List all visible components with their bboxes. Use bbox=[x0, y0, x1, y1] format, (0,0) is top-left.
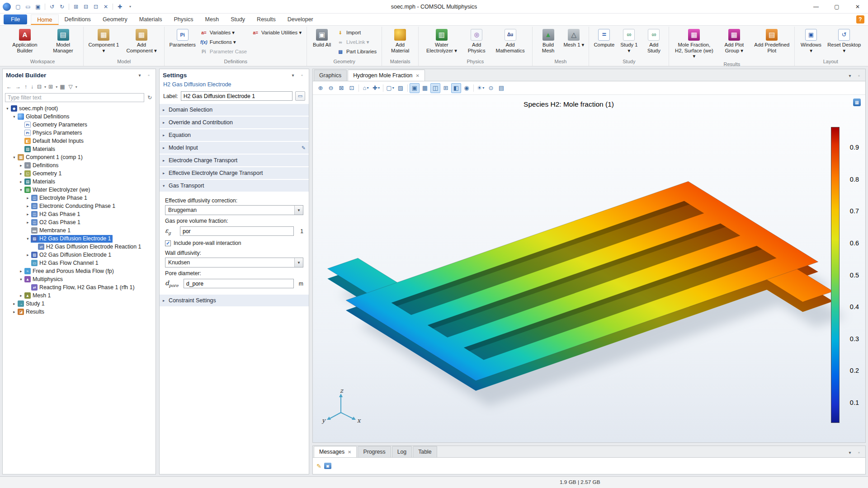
undo-icon[interactable]: ↺ bbox=[47, 2, 57, 11]
tree-item-materials-comp[interactable]: ▸Materials bbox=[3, 178, 156, 186]
tree-item-o2-gas-diffusion-electrode-1[interactable]: ▸O2 Gas Diffusion Electrode 1 bbox=[3, 251, 156, 259]
functions-button[interactable]: f(x) Functions ▾ bbox=[198, 38, 249, 46]
tree-expander[interactable]: ▾ bbox=[18, 277, 24, 282]
windows-button[interactable]: ▣ Windows ▾ bbox=[798, 27, 824, 54]
tree-item-soec-root[interactable]: ▾soec.mph (root) bbox=[3, 104, 156, 113]
tree-item-geometry-1[interactable]: ▸Geometry 1 bbox=[3, 169, 156, 178]
variable-utilities-button[interactable]: a= Variable Utilities ▾ bbox=[250, 28, 303, 37]
view-split-icon[interactable]: ◫ bbox=[430, 83, 440, 93]
rename-icon[interactable]: ▭ bbox=[295, 91, 305, 101]
tree-item-h2-gas-phase-1[interactable]: ▸H2 Gas Phase 1 bbox=[3, 210, 156, 218]
panel-pin-icon[interactable]: ▫ bbox=[298, 72, 306, 79]
menu-mesh[interactable]: Mesh bbox=[199, 14, 225, 24]
tree-expander[interactable]: ▸ bbox=[18, 179, 24, 184]
section-model-input[interactable]: Model Input✎ bbox=[160, 142, 309, 154]
display-log-icon[interactable]: ▣ bbox=[324, 463, 331, 469]
close-tab-icon[interactable]: ✕ bbox=[415, 73, 419, 78]
add-plot-group-button[interactable]: ▦ Add Plot Group ▾ bbox=[717, 27, 751, 54]
tree-expander[interactable]: ▸ bbox=[18, 171, 24, 176]
gas-pore-volume-input[interactable] bbox=[180, 226, 294, 236]
add-component-button[interactable]: ▦ Add Component ▾ bbox=[122, 27, 161, 54]
tree-item-default-model-inputs[interactable]: Default Model Inputs bbox=[3, 137, 156, 145]
tree-expander[interactable]: ▸ bbox=[18, 269, 24, 273]
view-grid-icon[interactable]: ▦ bbox=[420, 83, 430, 93]
tree-expander[interactable]: ▾ bbox=[11, 114, 17, 119]
tab-messages[interactable]: Messages✕ bbox=[314, 446, 357, 457]
study-1-button[interactable]: ∞ Study 1 ▾ bbox=[617, 27, 641, 54]
tab-hydrogen-mole-fraction[interactable]: Hydrogen Mole Fraction✕ bbox=[348, 70, 425, 81]
panel-menu-caret-icon[interactable]: ▾ bbox=[846, 72, 854, 79]
tree-expander[interactable]: ▾ bbox=[11, 155, 17, 160]
effective-diffusivity-select[interactable]: Bruggeman ▼ bbox=[165, 205, 303, 215]
redo-icon[interactable]: ↻ bbox=[57, 2, 66, 11]
import-button[interactable]: ⇓ Import bbox=[335, 28, 378, 37]
tree-item-h2-gas-flow-channel-1[interactable]: H2 Gas Flow Channel 1 bbox=[3, 259, 156, 267]
section-equation[interactable]: Equation bbox=[160, 129, 309, 141]
tree-expander[interactable]: ▾ bbox=[5, 106, 10, 111]
tree-item-results[interactable]: ▸Results bbox=[3, 308, 156, 316]
chevron-down-icon[interactable]: ▼ bbox=[294, 258, 303, 267]
tree-expander[interactable]: ▸ bbox=[25, 196, 31, 200]
menu-definitions[interactable]: Definitions bbox=[59, 14, 97, 24]
edit-icon[interactable]: ✎ bbox=[302, 145, 306, 151]
default-view-icon[interactable]: ⌂▾ bbox=[361, 83, 371, 93]
tree-item-study-1[interactable]: ▸Study 1 bbox=[3, 300, 156, 308]
tree-item-reacting-flow-h2[interactable]: Reacting Flow, H2 Gas Phase 1 (rfh 1) bbox=[3, 283, 156, 291]
tree-expander[interactable]: ▸ bbox=[25, 204, 31, 208]
add-mathematics-button[interactable]: Δu Add Mathematics bbox=[491, 27, 528, 54]
chevron-down-icon[interactable]: ▼ bbox=[294, 206, 303, 215]
part-libraries-button[interactable]: ▤ Part Libraries bbox=[335, 47, 378, 56]
new-file-icon[interactable]: ▢ bbox=[14, 2, 23, 11]
tree-item-o2-gas-phase-1[interactable]: ▸O2 Gas Phase 1 bbox=[3, 218, 156, 226]
tree-item-free-porous-media-flow[interactable]: ▸Free and Porous Media Flow (fp) bbox=[3, 267, 156, 275]
water-electrolyzer-button[interactable]: ▥ Water Electrolyzer ▾ bbox=[422, 27, 462, 54]
section-electrode-charge-transport[interactable]: Electrode Charge Transport bbox=[160, 155, 309, 166]
tree-filter-input[interactable] bbox=[5, 93, 144, 102]
tree-expander[interactable]: ▸ bbox=[11, 310, 17, 314]
copy-icon[interactable]: ⊞ bbox=[71, 2, 80, 11]
menu-developer[interactable]: Developer bbox=[282, 14, 319, 24]
menu-file[interactable]: File bbox=[4, 14, 27, 24]
tree-expander[interactable]: ▸ bbox=[18, 163, 24, 168]
panel-menu-caret-icon[interactable]: ▾ bbox=[289, 72, 297, 79]
mesh-1-button[interactable]: △ Mesh 1 ▾ bbox=[562, 27, 585, 49]
menu-home[interactable]: Home bbox=[31, 14, 58, 25]
component-1-button[interactable]: ▦ Component 1 ▾ bbox=[87, 27, 121, 54]
parameters-button[interactable]: Pi Parameters bbox=[168, 27, 197, 49]
parameter-case-button[interactable]: Pi Parameter Case bbox=[198, 47, 249, 56]
camera-snapshot-icon[interactable]: ⊙ bbox=[486, 83, 496, 93]
tree-expander[interactable]: ▸ bbox=[25, 220, 31, 225]
forward-icon[interactable]: → bbox=[14, 82, 22, 91]
select-mode-icon[interactable]: ▢▾ bbox=[385, 83, 395, 93]
expand-all-icon[interactable]: ⊞ bbox=[47, 82, 54, 91]
columns-icon[interactable]: ▦ bbox=[58, 82, 66, 91]
tab-progress[interactable]: Progress bbox=[358, 446, 391, 457]
tree-item-membrane-1[interactable]: Membrane 1 bbox=[3, 226, 156, 235]
visibility-icon[interactable]: ▨ bbox=[396, 83, 406, 93]
menu-geometry[interactable]: Geometry bbox=[97, 14, 133, 24]
add-study-button[interactable]: ∞ Add Study bbox=[642, 27, 665, 54]
section-domain-selection[interactable]: Domain Selection bbox=[160, 104, 309, 116]
tab-table[interactable]: Table bbox=[413, 446, 437, 457]
pore-wall-interaction-row[interactable]: Include pore-wall interaction bbox=[165, 240, 303, 246]
tree-expander[interactable]: ▸ bbox=[11, 301, 17, 306]
tree-item-electronic-conducting-phase-1[interactable]: ▸Electronic Conducting Phase 1 bbox=[3, 202, 156, 210]
build-all-button[interactable]: ▣ Build All bbox=[310, 27, 334, 49]
add-material-button[interactable]: Add Material bbox=[385, 27, 415, 54]
section-gas-transport[interactable]: Gas Transport bbox=[160, 180, 309, 192]
delete-icon[interactable]: ✕ bbox=[101, 2, 110, 11]
minimize-button[interactable]: — bbox=[806, 0, 826, 14]
print-icon[interactable]: ▤ bbox=[496, 83, 506, 93]
close-button[interactable]: ✕ bbox=[847, 0, 868, 14]
close-tab-icon[interactable]: ✕ bbox=[348, 450, 351, 455]
maximize-button[interactable]: ▢ bbox=[826, 0, 847, 14]
compute-button[interactable]: = Compute bbox=[592, 27, 616, 49]
livelink-button[interactable]: ∞ LiveLink ▾ bbox=[335, 38, 378, 46]
open-file-icon[interactable]: ▭ bbox=[24, 2, 33, 11]
move-down-icon[interactable]: ↓ bbox=[29, 82, 35, 91]
help-icon[interactable]: ? bbox=[856, 15, 864, 23]
tree-item-materials-global[interactable]: Materials bbox=[3, 145, 156, 153]
section-constraint-settings[interactable]: Constraint Settings bbox=[160, 295, 309, 306]
tab-log[interactable]: Log bbox=[392, 446, 412, 457]
tree-item-h2-gde-reaction-1[interactable]: H2 Gas Diffusion Electrode Reaction 1 bbox=[3, 243, 156, 251]
